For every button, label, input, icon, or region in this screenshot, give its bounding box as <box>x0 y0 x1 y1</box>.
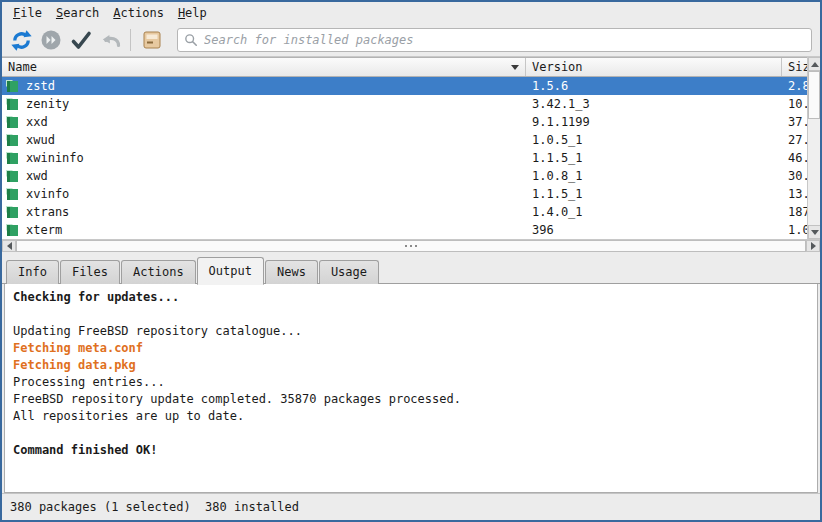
tab-info[interactable]: Info <box>6 260 59 284</box>
vertical-scrollbar-thumb[interactable] <box>808 71 820 119</box>
package-size: 27. <box>782 133 807 147</box>
tab-bar: InfoFilesActionsOutputNewsUsage <box>2 256 820 284</box>
menu-item-actions[interactable]: Actions <box>106 4 171 22</box>
table-row[interactable]: xterm 396 1.0 <box>2 221 807 239</box>
output-line: Fetching meta.conf <box>13 340 809 357</box>
package-name: zstd <box>26 79 55 93</box>
column-header-version[interactable]: Version <box>526 58 782 76</box>
toolbar-separator <box>130 29 131 51</box>
scroll-down-button[interactable] <box>808 225 821 239</box>
output-line: Fetching data.pkg <box>13 357 809 374</box>
vertical-scrollbar[interactable] <box>807 57 820 239</box>
package-icon <box>6 116 19 129</box>
upgrade-button[interactable] <box>36 25 66 55</box>
tab-usage[interactable]: Usage <box>319 260 379 284</box>
vertical-scrollbar-track[interactable] <box>808 71 820 225</box>
table-row[interactable]: zstd 1.5.6 2.8 <box>2 77 807 95</box>
scroll-left-button[interactable] <box>2 240 16 252</box>
column-header-name-label: Name <box>8 60 37 74</box>
package-size: 37. <box>782 115 807 129</box>
down-arrow-icon <box>811 230 819 235</box>
menu-item-search[interactable]: Search <box>49 4 106 22</box>
app-window: FileSearchActionsHelp <box>0 0 822 522</box>
table-row[interactable]: xvinfo 1.1.5_1 13. <box>2 185 807 203</box>
menu-item-help[interactable]: Help <box>171 4 214 22</box>
package-icon <box>6 80 19 93</box>
undo-icon <box>100 29 122 51</box>
menu-item-file[interactable]: File <box>6 4 49 22</box>
output-line: Checking for updates... <box>13 289 809 306</box>
table-row[interactable]: xwud 1.0.5_1 27. <box>2 131 807 149</box>
output-line: Processing entries... <box>13 374 809 391</box>
package-version: 1.1.5_1 <box>526 151 782 165</box>
table-row[interactable]: xwd 1.0.8_1 30. <box>2 167 807 185</box>
package-name: xterm <box>26 223 62 237</box>
package-icon <box>6 188 19 201</box>
package-name: xwd <box>26 169 48 183</box>
commit-button[interactable] <box>66 25 96 55</box>
package-name: xwininfo <box>26 151 84 165</box>
package-icon <box>6 170 19 183</box>
tab-news[interactable]: News <box>265 260 318 284</box>
scroll-right-button[interactable] <box>806 240 820 252</box>
right-arrow-icon <box>811 242 816 250</box>
package-version: 1.5.6 <box>526 79 782 93</box>
table-row[interactable]: xtrans 1.4.0_1 187 <box>2 203 807 221</box>
tab-output[interactable]: Output <box>197 257 264 285</box>
column-header-size-label: Size <box>788 60 807 74</box>
output-line: FreeBSD repository update completed. 358… <box>13 391 809 408</box>
check-icon <box>70 29 92 51</box>
package-name: xwud <box>26 133 55 147</box>
output-panel[interactable]: Checking for updates... Updating FreeBSD… <box>4 284 818 493</box>
tab-files[interactable]: Files <box>60 260 120 284</box>
package-size: 30. <box>782 169 807 183</box>
terminal-icon <box>141 29 163 51</box>
package-version: 1.1.5_1 <box>526 187 782 201</box>
column-header-name[interactable]: Name <box>2 58 526 76</box>
horizontal-scrollbar-track[interactable] <box>16 240 806 252</box>
search-box <box>177 28 812 52</box>
package-name: xtrans <box>26 205 69 219</box>
package-version: 396 <box>526 223 782 237</box>
package-name: zenity <box>26 97 69 111</box>
output-line: Command finished OK! <box>13 442 809 459</box>
refresh-icon <box>10 29 33 52</box>
package-name: xxd <box>26 115 48 129</box>
package-icon <box>6 152 19 165</box>
package-size: 1.0 <box>782 223 807 237</box>
sync-button[interactable] <box>6 25 36 55</box>
package-version: 1.0.5_1 <box>526 133 782 147</box>
package-size: 187 <box>782 205 807 219</box>
package-version: 9.1.1199 <box>526 115 782 129</box>
grip-dots-icon <box>405 245 417 247</box>
output-line: Updating FreeBSD repository catalogue... <box>13 323 809 340</box>
scroll-up-button[interactable] <box>808 57 821 71</box>
package-icon <box>6 206 19 219</box>
package-size: 46. <box>782 151 807 165</box>
package-version: 1.4.0_1 <box>526 205 782 219</box>
table-row[interactable]: xxd 9.1.1199 37. <box>2 113 807 131</box>
column-header-version-label: Version <box>532 60 583 74</box>
package-version: 1.0.8_1 <box>526 169 782 183</box>
search-icon <box>184 33 198 47</box>
output-line <box>13 306 809 323</box>
horizontal-scrollbar[interactable] <box>2 239 820 252</box>
column-header-size[interactable]: Size <box>782 58 807 76</box>
menu-bar: FileSearchActionsHelp <box>2 2 820 24</box>
toolbar <box>2 24 820 57</box>
terminal-button[interactable] <box>137 25 167 55</box>
output-line <box>13 425 809 442</box>
tab-actions[interactable]: Actions <box>121 260 196 284</box>
status-text: 380 packages (1 selected) 380 installed <box>10 500 299 514</box>
horizontal-scrollbar-thumb[interactable] <box>16 240 806 252</box>
search-input[interactable] <box>204 33 805 47</box>
rollback-button[interactable] <box>96 25 126 55</box>
fast-forward-icon <box>40 29 62 51</box>
sort-indicator-icon <box>511 65 519 70</box>
table-header: Name Version Size <box>2 57 807 77</box>
table-row[interactable]: zenity 3.42.1_3 10. <box>2 95 807 113</box>
table-row[interactable]: xwininfo 1.1.5_1 46. <box>2 149 807 167</box>
up-arrow-icon <box>811 62 819 67</box>
output-line: All repositories are up to date. <box>13 408 809 425</box>
package-icon <box>6 224 19 237</box>
